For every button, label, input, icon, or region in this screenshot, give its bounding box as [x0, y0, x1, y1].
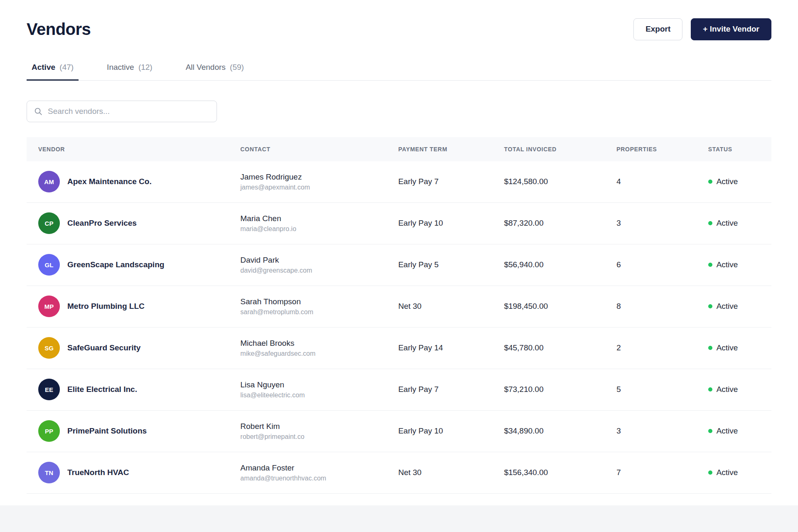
vendor-name: Metro Plumbing LLC — [67, 302, 145, 311]
search-icon — [34, 107, 43, 116]
total-invoiced: $124,580.00 — [504, 177, 617, 186]
properties-count: 3 — [616, 426, 708, 436]
vendor-table: Vendor Contact Payment Term Total Invoic… — [27, 137, 771, 494]
table-row[interactable]: CP CleanPro Services Maria Chen maria@cl… — [27, 203, 771, 244]
payment-term: Early Pay 7 — [398, 177, 504, 186]
contact-email: mike@safeguardsec.com — [240, 350, 398, 357]
status-dot — [708, 470, 712, 475]
status-dot — [708, 346, 712, 350]
tab-label: Active — [32, 63, 55, 71]
invite-vendor-button[interactable]: + Invite Vendor — [691, 18, 771, 40]
page-title: Vendors — [27, 20, 91, 39]
footer-band — [0, 505, 798, 532]
vendor-avatar: EE — [38, 379, 60, 400]
total-invoiced: $87,320.00 — [504, 219, 617, 228]
contact-email: james@apexmaint.com — [240, 184, 398, 191]
table-row[interactable]: MP Metro Plumbing LLC Sarah Thompson sar… — [27, 286, 771, 328]
contact-cell: Robert Kim robert@primepaint.co — [240, 422, 398, 441]
vendor-avatar: AM — [38, 171, 60, 192]
column-header-payment-term: Payment Term — [398, 146, 504, 153]
status-badge: Active — [708, 177, 771, 186]
contact-email: david@greenscape.com — [240, 267, 398, 274]
contact-email: sarah@metroplumb.com — [240, 308, 398, 316]
tab-count: (47) — [59, 63, 74, 71]
payment-term: Early Pay 14 — [398, 343, 504, 352]
vendor-avatar: PP — [38, 420, 60, 442]
search-input[interactable] — [48, 107, 210, 116]
vendor-avatar: TN — [38, 462, 60, 483]
tab-inactive[interactable]: Inactive (12) — [102, 57, 158, 80]
status-dot — [708, 263, 712, 267]
properties-count: 7 — [616, 468, 708, 477]
status-badge: Active — [708, 426, 771, 436]
total-invoiced: $34,890.00 — [504, 426, 617, 436]
table-row[interactable]: AM Apex Maintenance Co. James Rodriguez … — [27, 161, 771, 203]
contact-cell: Amanda Foster amanda@truenorthhvac.com — [240, 463, 398, 482]
status-badge: Active — [708, 302, 771, 311]
table-row[interactable]: EE Elite Electrical Inc. Lisa Nguyen lis… — [27, 369, 771, 411]
vendor-cell: SG SafeGuard Security — [27, 337, 240, 359]
vendor-name: PrimePaint Solutions — [67, 426, 147, 436]
payment-term: Early Pay 7 — [398, 385, 504, 394]
vendor-cell: PP PrimePaint Solutions — [27, 420, 240, 442]
total-invoiced: $156,340.00 — [504, 468, 617, 477]
contact-email: robert@primepaint.co — [240, 433, 398, 441]
table-row[interactable]: PP PrimePaint Solutions Robert Kim rober… — [27, 411, 771, 452]
table-row[interactable]: SG SafeGuard Security Michael Brooks mik… — [27, 328, 771, 369]
contact-email: lisa@eliteelectric.com — [240, 392, 398, 399]
contact-email: amanda@truenorthhvac.com — [240, 475, 398, 482]
vendor-name: TrueNorth HVAC — [67, 468, 129, 477]
table-row[interactable]: GL GreenScape Landscaping David Park dav… — [27, 244, 771, 286]
vendor-name: SafeGuard Security — [67, 343, 140, 352]
properties-count: 4 — [616, 177, 708, 186]
tab-label: Inactive — [107, 63, 134, 71]
payment-term: Early Pay 5 — [398, 260, 504, 269]
contact-cell: Michael Brooks mike@safeguardsec.com — [240, 339, 398, 357]
vendor-name: Apex Maintenance Co. — [67, 177, 152, 186]
vendor-avatar: SG — [38, 337, 60, 359]
vendors-page: Vendors Export + Invite Vendor Active (4… — [0, 0, 798, 494]
search-box[interactable] — [27, 101, 217, 122]
status-badge: Active — [708, 219, 771, 228]
vendor-name: Elite Electrical Inc. — [67, 385, 137, 394]
contact-cell: David Park david@greenscape.com — [240, 256, 398, 274]
header-actions: Export + Invite Vendor — [633, 18, 771, 40]
vendor-cell: GL GreenScape Landscaping — [27, 254, 240, 276]
tab-count: (59) — [230, 63, 244, 71]
status-label: Active — [717, 343, 738, 352]
status-badge: Active — [708, 468, 771, 477]
payment-term: Early Pay 10 — [398, 219, 504, 228]
column-header-status: Status — [708, 146, 771, 153]
status-badge: Active — [708, 385, 771, 394]
vendor-cell: AM Apex Maintenance Co. — [27, 171, 240, 192]
tab-all-vendors[interactable]: All Vendors (59) — [181, 57, 249, 80]
properties-count: 8 — [616, 302, 708, 311]
column-header-vendor: Vendor — [27, 146, 240, 153]
contact-name: Sarah Thompson — [240, 297, 398, 306]
status-dot — [708, 221, 712, 225]
status-dot — [708, 429, 712, 433]
properties-count: 2 — [616, 343, 708, 352]
contact-name: Amanda Foster — [240, 463, 398, 473]
contact-cell: Lisa Nguyen lisa@eliteelectric.com — [240, 380, 398, 399]
contact-cell: James Rodriguez james@apexmaint.com — [240, 172, 398, 191]
table-header: Vendor Contact Payment Term Total Invoic… — [27, 137, 771, 161]
status-dot — [708, 387, 712, 392]
vendor-cell: EE Elite Electrical Inc. — [27, 379, 240, 400]
status-dot — [708, 180, 712, 184]
total-invoiced: $198,450.00 — [504, 302, 617, 311]
properties-count: 3 — [616, 219, 708, 228]
status-badge: Active — [708, 260, 771, 269]
tab-active[interactable]: Active (47) — [27, 57, 79, 80]
status-label: Active — [717, 385, 738, 394]
total-invoiced: $73,210.00 — [504, 385, 617, 394]
column-header-total-invoiced: Total Invoiced — [504, 146, 617, 153]
export-button[interactable]: Export — [633, 18, 682, 40]
payment-term: Net 30 — [398, 468, 504, 477]
total-invoiced: $45,780.00 — [504, 343, 617, 352]
status-dot — [708, 304, 712, 308]
vendor-name: CleanPro Services — [67, 219, 137, 228]
contact-cell: Maria Chen maria@cleanpro.io — [240, 214, 398, 233]
column-header-contact: Contact — [240, 146, 398, 153]
table-row[interactable]: TN TrueNorth HVAC Amanda Foster amanda@t… — [27, 452, 771, 494]
